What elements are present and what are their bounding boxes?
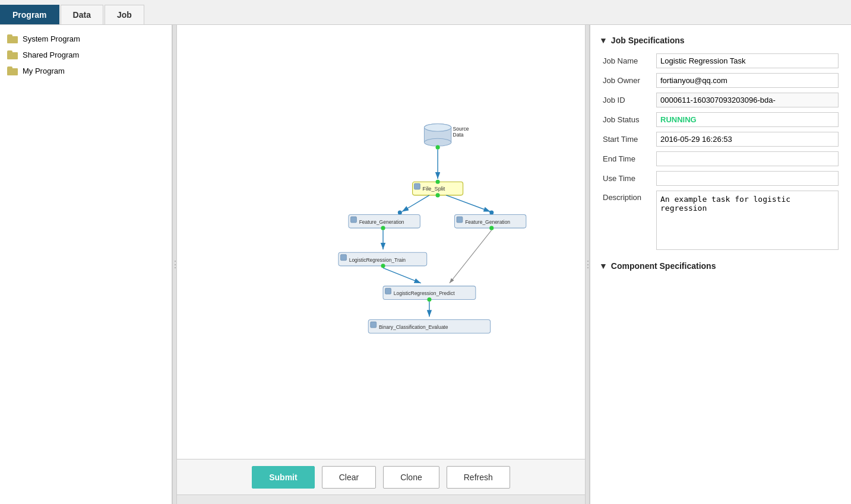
- svg-rect-8: [414, 183, 420, 189]
- node-binary-eval[interactable]: Binary_Classification_Evaluate: [368, 320, 490, 334]
- input-job-owner[interactable]: [656, 73, 839, 88]
- field-start-time: Start Time: [599, 129, 842, 149]
- component-specs-title: Component Specifications: [611, 261, 716, 271]
- connector-source-out: [436, 145, 440, 150]
- horizontal-scrollbar[interactable]: [177, 495, 585, 504]
- bottom-toolbar: Submit Clear Clone Refresh: [177, 459, 585, 495]
- sidebar-item-system-program[interactable]: System Program: [0, 31, 172, 47]
- tab-data[interactable]: Data: [61, 5, 103, 24]
- connector-lr-train-out: [381, 264, 385, 268]
- canvas-content[interactable]: Source Data File_Split: [177, 25, 585, 459]
- sidebar: System Program Shared Program My Program: [0, 25, 172, 504]
- workflow-canvas[interactable]: Source Data File_Split: [177, 25, 585, 459]
- field-description: Description An example task for logistic…: [599, 188, 842, 254]
- svg-rect-18: [371, 322, 377, 328]
- field-job-status: Job Status: [599, 110, 842, 129]
- source-data-label2: Data: [453, 132, 464, 138]
- fg-right-label: Feature_Generation: [465, 219, 510, 225]
- clone-button[interactable]: Clone: [383, 466, 439, 489]
- binary-eval-label: Binary_Classification_Evaluate: [379, 324, 448, 330]
- input-job-status[interactable]: [656, 112, 839, 127]
- label-job-name: Job Name: [599, 51, 653, 71]
- connector-fg-left-top: [398, 210, 402, 214]
- label-job-id: Job ID: [599, 90, 653, 110]
- label-job-owner: Job Owner: [599, 71, 653, 90]
- edge-fg-right-lr-predict: [450, 230, 492, 283]
- folder-icon-shared: [7, 50, 18, 59]
- input-job-id[interactable]: [656, 93, 839, 107]
- tab-program[interactable]: Program: [0, 5, 59, 24]
- top-nav: Program Data Job: [0, 0, 851, 25]
- job-specs-title: Job Specifications: [611, 36, 685, 45]
- field-job-id: Job ID: [599, 90, 842, 110]
- connector-filesplit-top: [436, 180, 440, 184]
- svg-point-6: [424, 123, 451, 131]
- clear-button[interactable]: Clear: [322, 466, 376, 489]
- folder-icon-system: [7, 34, 18, 43]
- svg-point-5: [424, 138, 451, 146]
- input-description[interactable]: An example task for logistic regression: [656, 191, 839, 250]
- submit-button[interactable]: Submit: [252, 466, 314, 489]
- fg-left-label: Feature_Generation: [359, 219, 404, 225]
- field-job-owner: Job Owner: [599, 71, 842, 90]
- connector-filesplit-bottom: [436, 193, 440, 197]
- sidebar-item-my-program[interactable]: My Program: [0, 63, 172, 79]
- input-start-time[interactable]: [656, 132, 839, 147]
- connector-fg-left-out: [381, 226, 385, 230]
- triangle-icon-job: ▼: [599, 36, 608, 45]
- job-specs-table: Job Name Job Owner Job ID Job Status Sta…: [599, 51, 842, 254]
- label-description: Description: [599, 188, 653, 254]
- connector-fg-right-top: [489, 210, 493, 214]
- content-row: System Program Shared Program My Program…: [0, 25, 851, 504]
- field-end-time: End Time: [599, 149, 842, 169]
- source-data-label: Source: [453, 126, 469, 132]
- sidebar-label-system: System Program: [23, 34, 80, 43]
- tab-job[interactable]: Job: [105, 5, 144, 24]
- triangle-icon-component: ▼: [599, 261, 608, 271]
- svg-rect-16: [385, 288, 391, 294]
- field-use-time: Use Time: [599, 169, 842, 188]
- svg-rect-14: [341, 255, 347, 261]
- refresh-button[interactable]: Refresh: [447, 466, 510, 489]
- app-container: Program Data Job System Program Shared P…: [0, 0, 851, 504]
- right-panel: ▼ Job Specifications Job Name Job Owner …: [590, 25, 851, 504]
- field-job-name: Job Name: [599, 51, 842, 71]
- canvas-area: Source Data File_Split: [177, 25, 585, 504]
- edge-fs-fg-left: [402, 195, 429, 212]
- sidebar-item-shared-program[interactable]: Shared Program: [0, 47, 172, 63]
- job-specs-header: ▼ Job Specifications: [599, 36, 842, 45]
- connector-fg-right-out: [489, 226, 493, 230]
- label-end-time: End Time: [599, 149, 653, 169]
- svg-rect-10: [351, 217, 357, 223]
- resizer-left[interactable]: ⋮: [172, 25, 177, 504]
- resizer-right[interactable]: ⋮: [585, 25, 590, 504]
- label-start-time: Start Time: [599, 129, 653, 149]
- file-split-label: File_Split: [423, 186, 445, 192]
- input-end-time[interactable]: [656, 151, 839, 166]
- input-use-time[interactable]: [656, 171, 839, 186]
- label-job-status: Job Status: [599, 110, 653, 129]
- folder-icon-my: [7, 66, 18, 75]
- edge-lr-train-lr-predict: [383, 268, 421, 283]
- node-source-data[interactable]: Source Data: [424, 123, 469, 146]
- connector-lr-predict-out: [427, 297, 431, 302]
- edge-fs-fg-right: [446, 195, 490, 212]
- label-use-time: Use Time: [599, 169, 653, 188]
- svg-rect-12: [457, 217, 463, 223]
- input-job-name[interactable]: [656, 53, 839, 68]
- lr-train-label: LogisticRegression_Train: [349, 257, 406, 263]
- node-feature-gen-left[interactable]: Feature_Generation: [349, 214, 420, 228]
- lr-predict-label: LogisticRegression_Predict: [394, 290, 455, 296]
- sidebar-label-my: My Program: [23, 66, 65, 75]
- node-feature-gen-right[interactable]: Feature_Generation: [454, 214, 526, 228]
- sidebar-label-shared: Shared Program: [23, 50, 79, 59]
- component-specs-header: ▼ Component Specifications: [599, 261, 842, 271]
